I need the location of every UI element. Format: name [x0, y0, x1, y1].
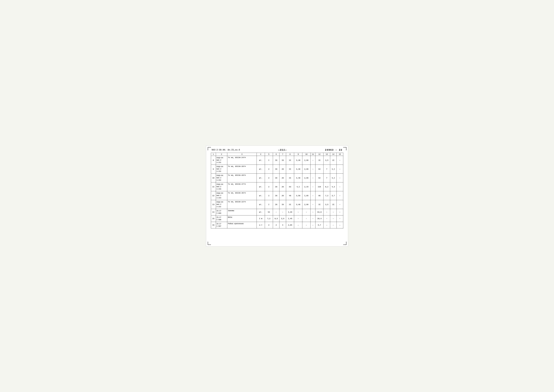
cell-col6: I0 — [273, 200, 279, 209]
cell-col11: – — [310, 200, 315, 209]
cell-col7: – — [279, 209, 286, 216]
cell-num: II — [211, 182, 216, 191]
cell-col13: – — [324, 209, 330, 216]
table-header-row: 1 2 3 4 5 6 7 8 9 10 11 12 13 14 15 — [211, 153, 343, 156]
cell-col12: 3I — [315, 200, 324, 209]
cell-col15: – — [337, 165, 343, 174]
cell-col13: 7 — [324, 165, 330, 174]
cell-num: 8 — [211, 156, 216, 165]
cell-col8: 48 — [286, 191, 294, 200]
cell-num: 9 — [211, 165, 216, 174]
cell-col6: 2 — [273, 222, 279, 228]
cell-col11: – — [310, 156, 315, 165]
cell-col9: – — [294, 209, 302, 216]
cell-col9: 4,I — [294, 182, 302, 191]
header-col-12: 12 — [315, 153, 324, 156]
cell-col10: – — [302, 209, 311, 216]
cell-num: I3 — [211, 200, 216, 209]
cell-col9: 3,48 — [294, 174, 302, 182]
cell-col10: 2,06 — [302, 165, 311, 174]
cell-col11: – — [310, 209, 315, 216]
cell-col5: 2 — [265, 222, 273, 228]
cell-unit: шт. — [256, 182, 265, 191]
cell-col13: 8,2 — [324, 182, 330, 191]
cell-description: Зажимы — [227, 209, 256, 216]
cell-description: То же, Б5I30-2274 — [227, 200, 256, 209]
cell-code: СКЦЭ-84вып.23-I55 — [216, 182, 227, 191]
cell-col14: 4,I — [330, 165, 336, 174]
cell-col15: – — [337, 222, 343, 228]
table-row: I3СКЦЭ-84вып.23-I5IТо же, Б5I30-2274шт.I… — [211, 200, 343, 209]
cell-col10: 2,06 — [302, 174, 311, 182]
cell-col13: 7,2 — [324, 191, 330, 200]
table-row: I0СКЦЭ-84вып.23-I5IТо же, Б5I30-2074шт.2… — [211, 174, 343, 182]
cell-code: I5-I7I-507 — [216, 222, 227, 228]
main-table: 1 2 3 4 5 6 7 8 9 10 11 12 13 14 15 8СКЦ… — [211, 153, 343, 228]
cell-col11: – — [310, 216, 315, 222]
header-col-5: 5 — [265, 153, 273, 156]
corner-bl — [208, 242, 211, 245]
cell-col12: 62 — [315, 165, 324, 174]
cell-col5: 54 — [265, 209, 273, 216]
cell-col8: I,45 — [286, 216, 294, 222]
cell-col9: – — [294, 222, 302, 228]
cell-col10: – — [302, 222, 311, 228]
cell-col15: – — [337, 200, 343, 209]
cell-code: СКЦЭ-84вып.23-I5I — [216, 200, 227, 209]
cell-col8: I,20 — [286, 209, 294, 216]
cell-col11: – — [310, 222, 315, 228]
cell-code: I5-I7I-809 — [216, 209, 227, 216]
cell-col12: 96 — [315, 191, 324, 200]
cell-col15: – — [337, 174, 343, 182]
table-row: I4I5-I7I-809Зажимышт.54––I,20–––64,8––– — [211, 209, 343, 216]
cell-unit: к-т — [256, 222, 265, 228]
cell-col8: 63 — [286, 182, 294, 191]
header-col-9: 9 — [294, 153, 302, 156]
cell-col15: – — [337, 191, 343, 200]
cell-col13: 3,5 — [324, 156, 330, 165]
cell-col5: I — [265, 156, 273, 165]
corner-tr — [343, 147, 346, 150]
cell-unit: шт. — [256, 165, 265, 174]
cell-col5: 7,2 — [265, 216, 273, 222]
cell-col8: 3I — [286, 174, 294, 182]
header-col-8: 8 — [286, 153, 294, 156]
cell-col7: I0 — [279, 156, 286, 165]
cell-col8: 3I — [286, 200, 294, 209]
cell-col14: – — [330, 222, 336, 228]
doc-number: 24963 - 22 — [325, 149, 342, 151]
cell-col6: 0,5 — [273, 216, 279, 222]
cell-col9: 3,48 — [294, 165, 302, 174]
cell-col14: 3,7 — [330, 191, 336, 200]
cell-code: I5-I7I-500 — [216, 216, 227, 222]
cell-col15: – — [337, 216, 343, 222]
cell-col14: 2I — [330, 200, 336, 209]
cell-col12: 3I — [315, 156, 324, 165]
cell-code: СКЦЭ-84вып.23-I5I — [216, 165, 227, 174]
page-header: 903-2-30.90. Ал.I5,кн.6 —311— 24963 - 22 — [211, 149, 343, 151]
cell-num: I5 — [211, 216, 216, 222]
header-col-10: 10 — [302, 153, 311, 156]
cell-col13: 7 — [324, 174, 330, 182]
header-col-7: 7 — [279, 153, 286, 156]
cell-description: То же, Б5I30-2074 — [227, 174, 256, 182]
cell-col6: I0 — [273, 174, 279, 182]
cell-col5: 2 — [265, 165, 273, 174]
cell-unit: шт. — [256, 209, 265, 216]
corner-tl — [208, 147, 211, 150]
cell-col8: 3I — [286, 156, 294, 165]
header-col-13: 13 — [324, 153, 330, 156]
header-col-2: 2 — [216, 153, 227, 156]
cell-num: I6 — [211, 222, 216, 228]
cell-col6: I0 — [273, 182, 279, 191]
cell-col14: – — [330, 216, 336, 222]
table-row: I2СКЦЭ-84вып.23-I54То же, Б5I30-3574шт.2… — [211, 191, 343, 200]
cell-description: Шины — [227, 216, 256, 222]
cell-col9: 3,58 — [294, 191, 302, 200]
cell-code: СКЦЭ-84вып.23-I54 — [216, 191, 227, 200]
header-col-14: 14 — [330, 153, 336, 156]
cell-col11: – — [310, 182, 315, 191]
cell-col6: I0 — [273, 165, 279, 174]
page-number: —311— — [278, 149, 287, 151]
cell-col13: – — [324, 216, 330, 222]
